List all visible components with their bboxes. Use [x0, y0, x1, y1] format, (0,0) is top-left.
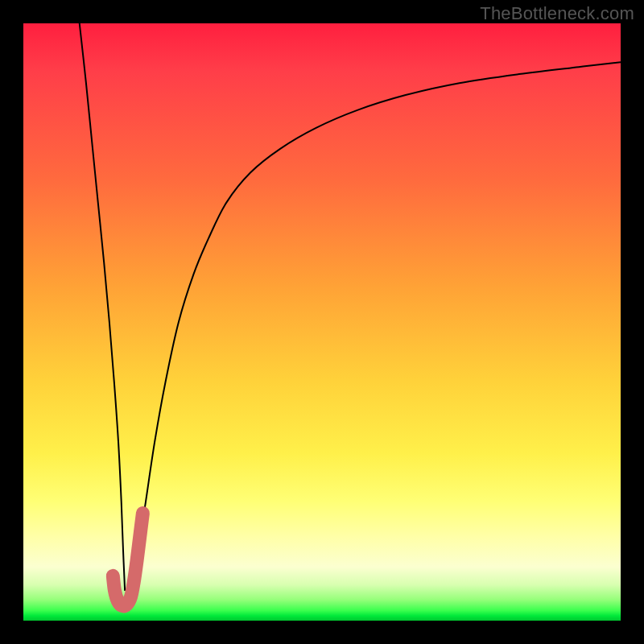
chart-frame: TheBottleneck.com: [0, 0, 644, 644]
series-right-branch: [134, 62, 621, 591]
chart-svg: [23, 23, 621, 621]
plot-area: [23, 23, 621, 621]
watermark-text: TheBottleneck.com: [480, 3, 634, 24]
series-left-branch: [80, 23, 125, 591]
series-hook-marker: [113, 513, 142, 605]
